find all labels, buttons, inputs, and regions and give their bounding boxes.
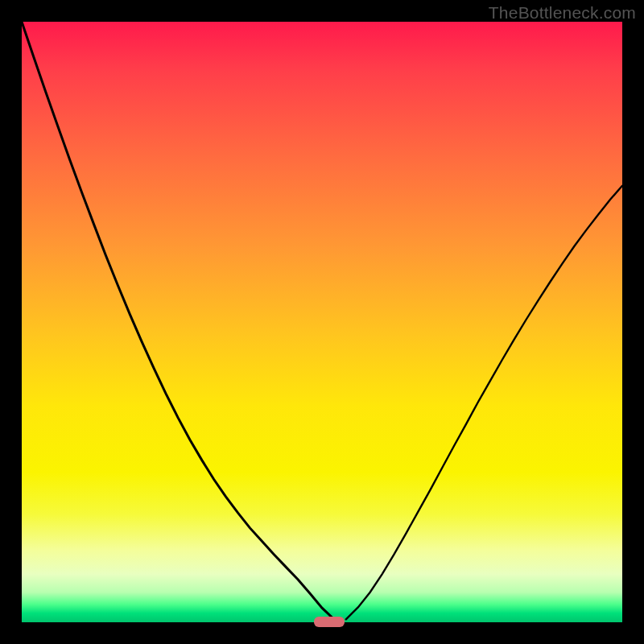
watermark-text: TheBottleneck.com: [489, 3, 636, 23]
bottleneck-curve: [22, 22, 622, 622]
curve-right-branch: [346, 186, 622, 620]
optimal-range-marker: [314, 617, 345, 627]
chart-frame: TheBottleneck.com: [0, 0, 644, 644]
chart-plot-area: [22, 22, 622, 622]
curve-left-branch: [22, 22, 334, 619]
